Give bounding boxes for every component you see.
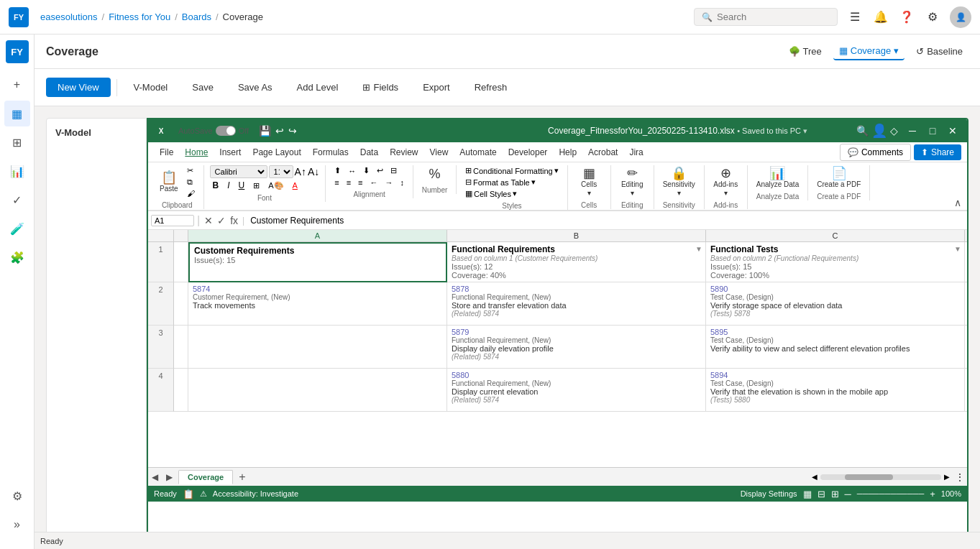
merge-button[interactable]: ⊟ <box>388 165 400 176</box>
menu-jira[interactable]: Jira <box>623 146 649 159</box>
font-name-select[interactable]: Calibri <box>210 165 267 178</box>
menu-review[interactable]: Review <box>384 146 423 159</box>
sidebar-expand-icon[interactable]: » <box>4 512 30 538</box>
editing-button[interactable]: ✏ Editing ▾ <box>618 165 646 198</box>
cell-b2[interactable]: 5878 Functional Requirement, (New) Store… <box>447 282 706 326</box>
sensitivity-button[interactable]: 🔒 Sensitivity ▾ <box>660 165 698 198</box>
addins-button[interactable]: ⊕ Add-ins ▾ <box>710 165 741 198</box>
col-header-c[interactable]: C <box>706 230 965 242</box>
indent-increase-button[interactable]: → <box>383 177 396 188</box>
page-layout-view-button[interactable]: ⊟ <box>818 489 825 499</box>
zoom-out-button[interactable]: ─ <box>845 489 851 499</box>
sidebar-grid-icon[interactable]: ⊞ <box>4 129 30 155</box>
cell-d4[interactable] <box>965 369 967 412</box>
vmodel-tab[interactable]: V-Model <box>123 77 179 98</box>
align-bottom-button[interactable]: ⬇ <box>360 165 372 176</box>
col-header-d[interactable]: D <box>965 230 967 242</box>
h-scrollbar[interactable]: ◀ ▶ <box>809 473 953 481</box>
cancel-formula-button[interactable]: ✕ <box>203 215 214 226</box>
menu-automate[interactable]: Automate <box>454 146 502 159</box>
search-input[interactable] <box>717 11 825 22</box>
cell-b4-id[interactable]: 5880 <box>452 371 701 379</box>
cell-a2-id[interactable]: 5874 <box>193 285 442 293</box>
menu-pagelayout[interactable]: Page Layout <box>247 146 306 159</box>
comments-button[interactable]: 💬 Comments <box>840 144 911 161</box>
excel-search-icon[interactable]: 🔍 <box>856 125 869 137</box>
menu-acrobat[interactable]: Acrobat <box>582 146 623 159</box>
add-level-button[interactable]: Add Level <box>286 77 349 98</box>
sheet-prev-button[interactable]: ◀ <box>148 471 161 484</box>
page-break-view-button[interactable]: ⊞ <box>831 489 839 499</box>
cell-c1-dropdown[interactable]: ▼ <box>954 245 961 253</box>
select-all[interactable] <box>174 230 188 242</box>
cell-b3[interactable]: 5879 Functional Requirement, (New) Displ… <box>447 326 706 369</box>
help-icon[interactable]: ❓ <box>898 9 915 26</box>
border-button[interactable]: ⊞ <box>250 180 262 191</box>
autosave-toggle[interactable] <box>216 126 236 136</box>
wrap-text-button[interactable]: ↩ <box>374 165 386 176</box>
format-as-table-button[interactable]: ⊟ Format as Table ▾ <box>462 177 562 188</box>
menu-view[interactable]: View <box>424 146 454 159</box>
cell-b4[interactable]: 5880 Functional Requirement, (New) Displ… <box>447 369 706 412</box>
search-box[interactable]: 🔍 <box>694 8 838 26</box>
ribbon-collapse-button[interactable]: ∧ <box>951 195 964 210</box>
cell-b1-dropdown[interactable]: ▼ <box>695 245 702 253</box>
zoom-in-button[interactable]: + <box>930 489 935 499</box>
cell-a4[interactable] <box>188 369 447 412</box>
sidebar-puzzle-icon[interactable]: 🧩 <box>4 244 30 270</box>
cell-c2-id[interactable]: 5890 <box>710 285 960 293</box>
menu-insert[interactable]: Insert <box>214 146 247 159</box>
col-header-b[interactable]: B <box>447 230 706 242</box>
analyzedata-button[interactable]: 📊 Analyze Data <box>754 165 802 190</box>
nav-link-coverage[interactable]: ▦ Coverage ▾ <box>833 42 905 60</box>
export-button[interactable]: Export <box>412 77 461 98</box>
breadcrumb-fitness[interactable]: Fitness for You <box>109 11 170 22</box>
share-button[interactable]: ⬆ Share <box>914 144 961 160</box>
align-middle-button[interactable]: ↔ <box>345 165 359 176</box>
redo-icon[interactable]: ↪ <box>288 125 297 137</box>
underline-button[interactable]: U <box>236 180 248 191</box>
conditional-formatting-button[interactable]: ⊞ Conditional Formatting ▾ <box>462 165 562 176</box>
cell-c4-id[interactable]: 5894 <box>710 371 960 379</box>
add-sheet-button[interactable]: + <box>233 471 251 484</box>
excel-status-icon[interactable]: 📋 <box>183 489 194 499</box>
breadcrumb-easesolutions[interactable]: easesolutions <box>40 11 98 22</box>
undo-icon[interactable]: ↩ <box>275 125 284 137</box>
bold-button[interactable]: B <box>210 180 222 191</box>
new-view-button[interactable]: New View <box>46 78 111 97</box>
refresh-button[interactable]: Refresh <box>464 77 518 98</box>
number-format-button[interactable]: % <box>423 165 447 183</box>
align-center-button[interactable]: ≡ <box>344 177 354 188</box>
diamond-icon[interactable]: ◇ <box>890 125 898 137</box>
font-size-select[interactable]: 11 <box>269 165 293 178</box>
cell-a3[interactable] <box>188 326 447 369</box>
align-right-button[interactable]: ≡ <box>355 177 365 188</box>
maximize-button[interactable]: □ <box>924 124 941 138</box>
text-direction-button[interactable]: ↕ <box>398 177 408 188</box>
fields-button[interactable]: ⊞ Fields <box>352 77 409 98</box>
cell-c2[interactable]: 5890 Test Case, (Design) Verify storage … <box>706 282 965 326</box>
cell-d2[interactable]: 5886 Test C Run 5! <box>965 282 967 326</box>
cell-b1[interactable]: Functional Requirements Based on column … <box>447 242 706 282</box>
cut-button[interactable]: ✂ <box>184 165 198 176</box>
cell-b3-id[interactable]: 5879 <box>452 328 701 336</box>
save-as-button[interactable]: Save As <box>227 77 283 98</box>
save-button[interactable]: Save <box>181 77 224 98</box>
sidebar-settings-icon[interactable]: ⚙ <box>4 483 30 509</box>
sidebar-dashboard-icon[interactable]: ▦ <box>4 101 30 126</box>
nav-link-tree[interactable]: 🌳 Tree <box>783 43 828 60</box>
profile-icon[interactable]: 👤 <box>871 123 887 139</box>
fill-color-button[interactable]: A🎨 <box>265 180 286 191</box>
cell-d1[interactable]: Accep Based Issue( Covera ▼ <box>965 242 967 282</box>
bell-icon[interactable]: 🔔 <box>872 9 889 26</box>
sidebar-chart-icon[interactable]: 📊 <box>4 158 30 184</box>
sheet-next-button[interactable]: ▶ <box>162 471 175 484</box>
normal-view-button[interactable]: ▦ <box>803 489 812 499</box>
formula-input[interactable] <box>247 216 964 226</box>
cells-button[interactable]: ▦ Cells ▾ <box>577 165 600 198</box>
minimize-button[interactable]: ─ <box>904 124 921 138</box>
align-top-button[interactable]: ⬆ <box>331 165 344 176</box>
avatar[interactable]: 👤 <box>950 6 971 28</box>
indent-decrease-button[interactable]: ← <box>367 177 381 188</box>
cell-c1[interactable]: Functional Tests Based on column 2 (Func… <box>706 242 965 282</box>
